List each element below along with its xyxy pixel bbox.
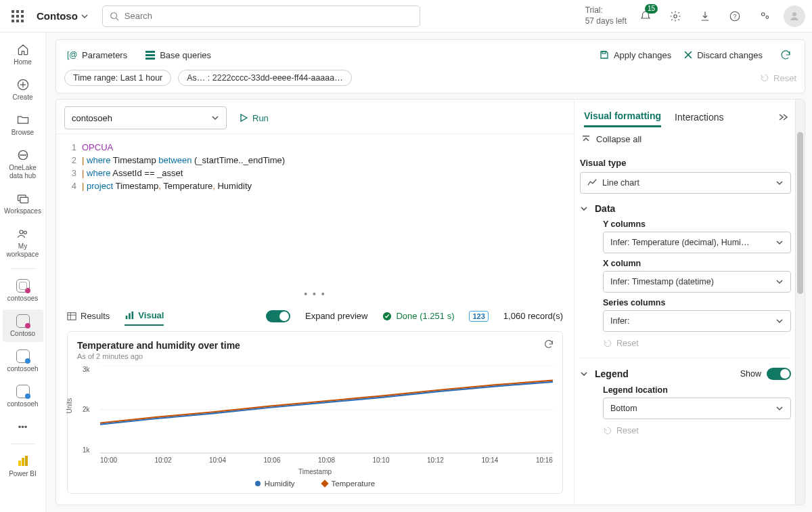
line-gutter: 1234 <box>56 134 82 192</box>
svg-point-7 <box>792 12 796 16</box>
refresh-icon[interactable] <box>775 44 796 66</box>
pane-tab-interactions[interactable]: Interactions <box>675 108 723 127</box>
parameters-button[interactable]: [@] Parameters <box>64 45 130 64</box>
workspace-switcher[interactable]: Contoso <box>37 10 94 22</box>
trial-status: Trial: 57 days left <box>585 5 627 26</box>
nav-contoso[interactable]: Contoso <box>3 310 43 342</box>
asset-chip[interactable]: As… : 2222cccc-33dd-eeee-ff44-aaaaa… <box>178 70 351 86</box>
svg-point-6 <box>766 16 769 18</box>
collapse-all-button[interactable]: Collapse all <box>580 127 791 151</box>
svg-rect-19 <box>145 54 155 56</box>
nav-contosoeh-2[interactable]: contosoeh <box>3 380 43 412</box>
chevron-down-icon <box>580 370 588 378</box>
plus-circle-icon <box>16 77 30 92</box>
ycols-select[interactable]: Infer: Temperature (decimal), Humi… <box>603 232 791 253</box>
svg-rect-20 <box>145 58 155 60</box>
expand-pane-icon[interactable] <box>777 113 788 121</box>
svg-point-13 <box>24 231 26 234</box>
chart-refresh-icon[interactable] <box>543 339 554 351</box>
nav-onelake[interactable]: OneLake data hub <box>3 144 43 184</box>
eventhouse-icon <box>16 349 30 364</box>
splitter-handle[interactable]: • • • <box>56 287 574 301</box>
nav-powerbi[interactable]: Power BI <box>3 450 43 482</box>
powerbi-icon <box>16 454 30 469</box>
nav-workspaces[interactable]: Workspaces <box>3 187 43 219</box>
svg-point-0 <box>111 12 117 18</box>
nav-create[interactable]: Create <box>3 73 43 106</box>
record-icon: 123 <box>469 311 488 322</box>
run-button[interactable]: Run <box>239 113 269 123</box>
base-queries-button[interactable]: Base queries <box>142 45 214 64</box>
svg-text:?: ? <box>733 13 736 20</box>
xcol-label: X column <box>603 259 791 268</box>
legend-loc-label: Legend location <box>603 385 791 395</box>
eventhouse-icon <box>16 384 30 399</box>
data-source-dropdown[interactable]: contosoeh <box>64 106 227 129</box>
home-icon <box>16 42 30 57</box>
show-legend-toggle[interactable] <box>767 368 791 380</box>
help-icon[interactable]: ? <box>724 5 746 27</box>
chart-title: Temperature and humidity over time <box>77 340 553 351</box>
chart-card: Temperature and humidity over time As of… <box>67 331 563 494</box>
svg-rect-16 <box>25 456 28 466</box>
result-bar: Results Visual Expand preview Done (1.25… <box>56 301 574 331</box>
discard-changes-button[interactable]: Discard changes <box>683 50 763 60</box>
expand-preview-toggle[interactable] <box>266 310 290 322</box>
notifications-icon[interactable]: 15 <box>635 5 656 27</box>
chart-xlabel: Timestamp <box>77 468 553 475</box>
nav-more[interactable]: ••• <box>3 415 43 438</box>
nav-browse[interactable]: Browse <box>3 108 43 141</box>
dashboard-icon <box>16 314 30 328</box>
settings-icon[interactable] <box>664 5 686 27</box>
search-box[interactable] <box>102 5 420 27</box>
svg-text:[@]: [@] <box>67 50 78 60</box>
code-lines: OPCUA | where Timestamp between (_startT… <box>82 134 285 192</box>
chevron-down-icon <box>211 114 219 122</box>
svg-rect-22 <box>68 312 76 320</box>
data-section-header[interactable]: Data <box>580 203 791 214</box>
tab-visual[interactable]: Visual <box>125 306 164 326</box>
nav-contosoes[interactable]: contosoes <box>3 274 43 307</box>
nav-contosoeh-1[interactable]: contosoeh <box>3 345 43 377</box>
apply-changes-button[interactable]: Apply changes <box>599 49 671 60</box>
series-label: Series columns <box>603 298 791 307</box>
user-avatar[interactable] <box>784 5 805 27</box>
legend-section-header[interactable]: Legend <box>580 368 629 379</box>
feedback-icon[interactable] <box>754 5 775 27</box>
nav-my-workspace[interactable]: My workspace <box>3 222 43 263</box>
ycols-label: Y columns <box>603 219 791 229</box>
chart-legend: Humidity Temperature <box>77 479 553 488</box>
nav-home[interactable]: Home <box>3 38 43 70</box>
left-nav: Home Create Browse OneLake data hub Work… <box>0 33 46 512</box>
pane-scrollbar[interactable] <box>795 100 805 505</box>
download-icon[interactable] <box>694 5 716 27</box>
kql-editor[interactable]: 1234 OPCUA | where Timestamp between (_s… <box>56 134 574 192</box>
series-select[interactable]: Infer: <box>603 310 791 332</box>
show-legend-label: Show <box>740 369 761 379</box>
svg-rect-15 <box>22 458 24 466</box>
tab-results[interactable]: Results <box>67 307 110 325</box>
chevron-down-icon <box>775 179 784 187</box>
chart-plot: Units 3k 2k 1k <box>77 366 553 454</box>
legend-loc-select[interactable]: Bottom <box>603 398 791 419</box>
time-range-chip[interactable]: Time range: Last 1 hour <box>64 70 171 86</box>
command-bar-card: [@] Parameters Base queries Apply change… <box>55 39 805 93</box>
xcol-select[interactable]: Infer: Timestamp (datetime) <box>603 271 791 293</box>
format-pane: Visual formatting Interactions Collapse … <box>574 100 805 505</box>
people-icon <box>16 226 30 241</box>
visual-type-select[interactable]: Line chart <box>580 172 791 194</box>
svg-point-2 <box>674 14 677 18</box>
artifact-icon <box>16 278 30 293</box>
search-input[interactable] <box>125 11 413 21</box>
svg-point-12 <box>20 230 23 234</box>
pane-tab-visual-formatting[interactable]: Visual formatting <box>584 106 661 127</box>
expand-preview-label: Expand preview <box>305 311 368 321</box>
reset-legend-button: Reset <box>603 426 791 435</box>
svg-rect-26 <box>129 313 131 319</box>
app-launcher-icon[interactable] <box>7 5 28 27</box>
onelake-icon <box>16 148 30 163</box>
chart-xticks: 10:0010:0210:0410:0610:0810:1010:1210:14… <box>100 456 553 464</box>
notification-badge: 15 <box>645 4 658 14</box>
svg-line-1 <box>116 18 118 20</box>
reset-data-button: Reset <box>603 339 791 348</box>
